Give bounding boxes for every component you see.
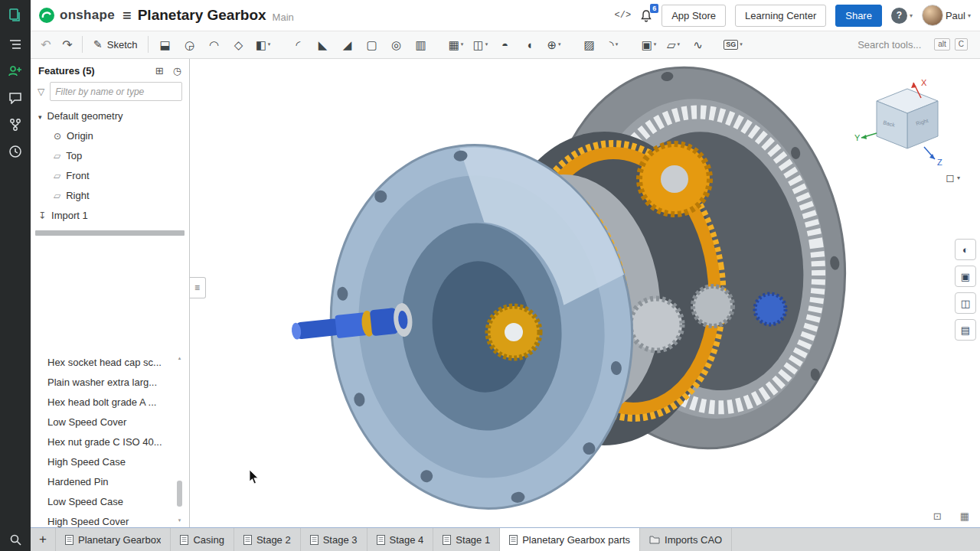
shortcut-key-c: C	[955, 38, 968, 51]
redo-button[interactable]: ↷	[57, 34, 78, 55]
thicken-icon[interactable]: ◧	[250, 34, 275, 55]
documents-icon[interactable]	[0, 0, 31, 31]
add-tab-button[interactable]: +	[31, 528, 56, 551]
helix-icon[interactable]: ∿	[685, 34, 710, 55]
rollback-bar[interactable]	[35, 230, 185, 236]
share-button[interactable]: Share	[835, 5, 882, 27]
undo-button[interactable]: ↶	[35, 34, 57, 55]
tree-item-plane[interactable]: Right	[31, 185, 189, 205]
sketch-button[interactable]: ✎ Sketch	[87, 34, 144, 55]
toolbar-divider	[82, 36, 83, 53]
part-list-item[interactable]: Hex socket head cap sc...	[31, 352, 176, 372]
sheet-metal-icon[interactable]: SG	[720, 34, 745, 55]
search-icon[interactable]	[0, 528, 31, 551]
boolean-icon[interactable]: ◓	[492, 34, 517, 55]
versions-icon[interactable]	[0, 111, 31, 138]
view-cube-menu[interactable]: ◻	[946, 171, 960, 184]
filter-input[interactable]	[50, 82, 182, 101]
left-rail	[0, 0, 31, 551]
document-tab[interactable]: Stage 1	[433, 528, 500, 551]
main-menu-icon[interactable]: ≡	[122, 7, 132, 24]
feature-icons: ⬓ ◶ ◠ ◇ ◧ ◜	[152, 34, 745, 55]
part-list-item[interactable]: High Speed Cover	[31, 511, 176, 528]
history-icon[interactable]	[0, 138, 31, 165]
plane-items: Top Front Right	[31, 145, 189, 205]
feature-tree-icon[interactable]	[0, 31, 31, 57]
loft-icon[interactable]: ◇	[226, 34, 250, 55]
scroll-down-icon[interactable]	[176, 517, 183, 523]
part-list-item[interactable]: Hex nut grade C ISO 40...	[31, 432, 176, 452]
part-list-item[interactable]: Low Speed Case	[31, 491, 176, 511]
learning-center-button[interactable]: Learning Center	[735, 5, 826, 27]
section-view-button[interactable]: ◫	[955, 292, 976, 314]
workspace-label[interactable]: Main	[273, 11, 294, 23]
isolate-button[interactable]: ▤	[955, 319, 976, 341]
tree-item-plane[interactable]: Front	[31, 165, 189, 185]
shell-icon[interactable]: ▢	[359, 34, 384, 55]
document-icon	[443, 535, 451, 545]
app-store-button[interactable]: App Store	[662, 5, 726, 27]
tree-item-origin[interactable]: Origin	[31, 126, 189, 145]
user-name: Paul	[946, 10, 965, 21]
document-tab[interactable]: Stage 4	[368, 528, 434, 551]
tree-item-import[interactable]: Import 1	[31, 205, 189, 225]
revolve-icon[interactable]: ◶	[177, 34, 201, 55]
graphics-viewport[interactable]: Right Back X Y Z ◻ ◐ ▣	[189, 58, 980, 528]
sketch-label: Sketch	[107, 39, 138, 51]
extrude-icon[interactable]: ⬓	[152, 34, 177, 55]
view-cube[interactable]: Right Back X Y Z	[854, 72, 961, 179]
frame-icon[interactable]: ▣	[636, 34, 661, 55]
cube-icon: ◻	[946, 171, 955, 184]
modify-fillet-icon[interactable]: ◝	[601, 34, 626, 55]
scrollbar-thumb[interactable]	[177, 481, 182, 507]
search-tools-input[interactable]	[856, 38, 929, 51]
part-list-item[interactable]: Hex head bolt grade A ...	[31, 392, 176, 412]
folder-icon	[649, 535, 660, 544]
part-list-item[interactable]: High Speed Case	[31, 452, 176, 471]
split-icon[interactable]: ◖	[517, 34, 541, 55]
snapshot-icon[interactable]: ⊡	[933, 510, 942, 522]
document-tab[interactable]: Stage 2	[234, 528, 301, 551]
document-tab[interactable]: Planetary Gearbox parts	[500, 528, 640, 551]
tree-item-plane[interactable]: Top	[31, 145, 189, 165]
comments-icon[interactable]	[0, 84, 31, 111]
rib-icon[interactable]: ▥	[408, 34, 433, 55]
document-tab[interactable]: Imports CAO	[640, 528, 732, 551]
notifications-bell[interactable]: 6	[640, 9, 652, 22]
code-icon[interactable]: </>	[615, 10, 632, 21]
onshape-logo[interactable]: onshape	[38, 7, 115, 24]
document-icon	[180, 535, 188, 545]
document-tab[interactable]: Casing	[171, 528, 234, 551]
help-icon: ?	[891, 8, 907, 24]
document-tab[interactable]: Stage 3	[301, 528, 368, 551]
linear-pattern-icon[interactable]: ▦	[443, 34, 468, 55]
document-tab[interactable]: Planetary Gearbox	[56, 528, 171, 551]
transform-icon[interactable]: ⊕	[541, 34, 566, 55]
tabs: Planetary Gearbox Casing	[56, 528, 980, 551]
sweep-icon[interactable]: ◠	[201, 34, 226, 55]
scale-icon[interactable]: ▦	[960, 510, 969, 522]
rollback-history-icon[interactable]: ◷	[173, 65, 181, 77]
user-menu[interactable]: Paul ▾	[922, 5, 971, 26]
mirror-icon[interactable]: ◫	[468, 34, 492, 55]
scroll-up-icon[interactable]	[176, 355, 183, 361]
help-menu[interactable]: ? ▾	[891, 8, 913, 24]
display-mode-button[interactable]: ◐	[955, 239, 976, 260]
hole-icon[interactable]: ◎	[384, 34, 408, 55]
delete-part-icon[interactable]: ▨	[577, 34, 601, 55]
tree-item-default-geometry[interactable]: Default geometry	[31, 106, 189, 126]
part-list-item[interactable]: Hardened Pin	[31, 471, 176, 491]
gearbox-model[interactable]	[206, 63, 849, 522]
part-list-item[interactable]: Low Speed Cover	[31, 412, 176, 432]
panel-handle[interactable]: ≡	[189, 277, 206, 298]
draft-icon[interactable]: ◢	[335, 34, 359, 55]
plane-icon[interactable]: ▱	[661, 34, 685, 55]
insert-feature-icon[interactable]: ⊞	[155, 65, 164, 77]
share-users-icon[interactable]	[0, 57, 31, 84]
fillet-icon[interactable]: ◜	[286, 34, 310, 55]
part-list-item[interactable]: Plain washer extra larg...	[31, 372, 176, 392]
chamfer-icon[interactable]: ◣	[310, 34, 335, 55]
filter-icon[interactable]: ▽	[38, 86, 44, 97]
show-hide-button[interactable]: ▣	[955, 266, 976, 287]
search-tools: alt C	[856, 38, 975, 51]
